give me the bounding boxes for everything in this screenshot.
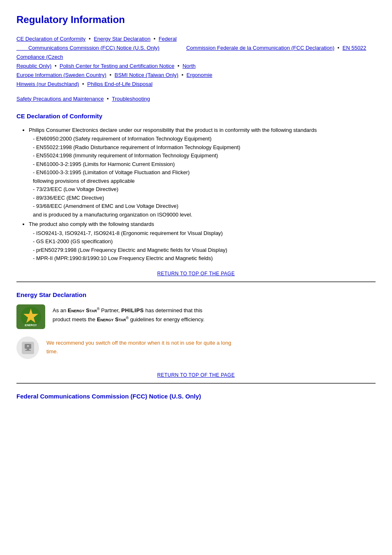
energy-star-brand2: Energy Star xyxy=(97,317,126,323)
ce-directive-2: - 89/336/EEC (EMC Directive) xyxy=(33,194,376,202)
dot-sep-6: • xyxy=(108,72,113,78)
ce-section-title: CE Declaration of Conformity xyxy=(16,112,376,121)
warning-text: We recommend you switch off the monitor … xyxy=(46,336,231,356)
energy-star-reg2: ® xyxy=(126,316,129,320)
nav-link-polish[interactable]: Polish Center for Testing and Certificat… xyxy=(60,63,174,69)
warning-row: We recommend you switch off the monitor … xyxy=(16,336,376,359)
dot-sep-5: • xyxy=(176,63,181,69)
ce-standards-list-2: - ISO9241-3, ISO9241-7, ISO9241-8 (Ergon… xyxy=(29,229,376,263)
nav-link-troubleshooting[interactable]: Troubleshooting xyxy=(112,96,150,102)
energy-star-brand1: Energy Star xyxy=(68,307,97,313)
ce-std2-1: - ISO9241-3, ISO9241-7, ISO9241-8 (Ergon… xyxy=(33,229,376,237)
energy-star-reg1: ® xyxy=(97,307,100,311)
ce-iso: and is produced by a manufacturing organ… xyxy=(33,211,376,219)
dot-sep-1: • xyxy=(87,36,92,42)
ce-standard-5: - EN61000-3-3:1995 (Limitation of Voltag… xyxy=(33,168,376,177)
warning-svg xyxy=(20,340,36,356)
ce-bullet-2-intro: The product also comply with the followi… xyxy=(29,221,154,227)
nav-link-energy[interactable]: Energy Star Declaration xyxy=(94,36,150,42)
page-title: Regulatory Information xyxy=(16,12,376,27)
ce-following: following provisions of directives appli… xyxy=(33,177,376,185)
dot-sep-2: • xyxy=(152,36,157,42)
ce-bullet-list: Philips Consumer Electronics declare und… xyxy=(16,126,376,263)
ce-standard-3: - EN55024:1998 (Immunity requirement of … xyxy=(33,152,376,160)
ce-return-link-container: RETURN TO TOP OF THE PAGE xyxy=(16,270,376,277)
energy-return-link[interactable]: RETURN TO TOP OF THE PAGE xyxy=(157,372,235,378)
energy-section: Energy Star Declaration ENERGY As an Ene… xyxy=(16,290,376,379)
nav-link-fcc-decl[interactable]: Commission Federale de la Communication … xyxy=(186,45,334,51)
ce-std2-3: - prEN50279:1998 (Low Frequency Electric… xyxy=(33,246,376,254)
nav-link-philips-disposal[interactable]: Philips End-of-Life Disposal xyxy=(87,81,152,87)
ce-bullet-1-intro: Philips Consumer Electronics declare und… xyxy=(29,127,317,133)
nav-link-ce[interactable]: CE Declaration of Conformity xyxy=(16,36,85,42)
ce-bullet-2: The product also comply with the followi… xyxy=(29,220,376,263)
ce-section: CE Declaration of Conformity Philips Con… xyxy=(16,112,376,277)
ce-bullet-1: Philips Consumer Electronics declare und… xyxy=(29,126,376,219)
ce-standards-list: - EN60950:2000 (Safety requirement of In… xyxy=(29,135,376,219)
ce-standard-2: - EN55022:1998 (Radio Disturbance requir… xyxy=(33,143,376,152)
ce-directive-1: - 73/23/EEC (Low Voltage Directive) xyxy=(33,185,376,193)
energy-star-svg: ENERGY xyxy=(18,306,43,327)
svg-rect-5 xyxy=(27,349,29,350)
dot-sep-8: • xyxy=(81,81,85,87)
divider-1 xyxy=(16,281,376,282)
nav-link-safety[interactable]: Safety Precautions and Maintenance xyxy=(16,96,104,102)
ce-standard-1: - EN60950:2000 (Safety requirement of In… xyxy=(33,135,376,143)
ce-std2-4: - MPR-II (MPR:1990:8/1990:10 Low Frequen… xyxy=(33,254,376,263)
energy-row: ENERGY As an Energy Star® Partner, PHILI… xyxy=(16,304,376,329)
energy-section-title: Energy Star Declaration xyxy=(16,290,376,300)
dot-sep-4: • xyxy=(53,63,58,69)
fcc-section-title: Federal Communications Commission (FCC) … xyxy=(16,392,376,401)
nav-link-bsmi[interactable]: BSMI Notice (Taiwan Only) xyxy=(115,72,178,78)
energy-text-1: As an Energy Star® Partner, PHILIPS has … xyxy=(53,304,205,324)
philips-brand: PHILIPS xyxy=(121,307,144,313)
svg-rect-6 xyxy=(25,350,31,351)
energy-star-logo: ENERGY xyxy=(16,304,45,329)
dot-sep-9: • xyxy=(105,96,110,102)
nav-links: CE Declaration of Conformity • Energy St… xyxy=(16,35,376,89)
secondary-nav: Safety Precautions and Maintenance • Tro… xyxy=(16,95,376,103)
ce-std2-2: - GS EK1-2000 (GS specification) xyxy=(33,237,376,246)
warning-icon xyxy=(16,336,39,359)
dot-sep-3: • xyxy=(336,45,341,51)
ce-return-link[interactable]: RETURN TO TOP OF THE PAGE xyxy=(157,271,235,276)
ce-directive-3: - 93/68/EEC (Amendment of EMC and Low Vo… xyxy=(33,202,376,210)
svg-text:ENERGY: ENERGY xyxy=(25,324,37,327)
ce-standard-4: - EN61000-3-2:1995 (Limits for Harmonic … xyxy=(33,160,376,168)
dot-sep-7: • xyxy=(180,72,185,78)
divider-2 xyxy=(16,383,376,384)
energy-return-link-container: RETURN TO TOP OF THE PAGE xyxy=(16,371,376,379)
